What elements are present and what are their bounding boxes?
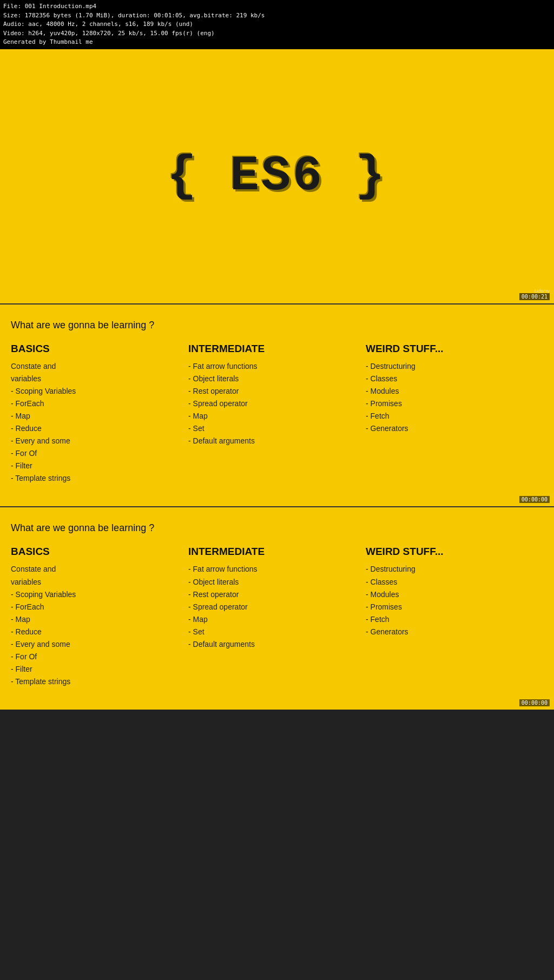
- list-item: - Scoping Variables: [11, 588, 183, 601]
- column-header-0: BASICS: [11, 546, 183, 558]
- slide-2: What are we gonna be learning ?BASICS Co…: [0, 506, 554, 710]
- list-item: - Destructuring: [366, 563, 538, 575]
- list-item: - Filter: [11, 663, 183, 676]
- list-item: - Reduce: [11, 626, 183, 638]
- list-item: - Generators: [366, 626, 538, 638]
- list-item: - Classes: [366, 373, 538, 385]
- list-item: - Rest operator: [188, 385, 360, 398]
- column-header-1: INTERMEDIATE: [188, 343, 360, 355]
- list-item: - Map: [11, 613, 183, 626]
- list-item: - Fetch: [366, 410, 538, 422]
- list-item: - Promises: [366, 601, 538, 613]
- list-item: - Scoping Variables: [11, 385, 183, 398]
- list-item: - Generators: [366, 422, 538, 435]
- list-item: - Every and some: [11, 638, 183, 651]
- list-item: - Reduce: [11, 422, 183, 435]
- column-2: WEIRD STUFF...- Destructuring- Classes- …: [366, 343, 543, 485]
- column-header-0: BASICS: [11, 343, 183, 355]
- list-item: - ForEach: [11, 601, 183, 613]
- column-1: INTERMEDIATE- Fat arrow functions- Objec…: [188, 343, 366, 485]
- list-item: - Map: [188, 613, 360, 626]
- list-item: - Modules: [366, 588, 538, 601]
- list-item: - Fetch: [366, 613, 538, 626]
- column-0: BASICS Constate andvariables- Scoping Va…: [11, 343, 188, 485]
- file-info-panel: File: 001 Introduction.mp4Size: 1782356 …: [0, 0, 554, 49]
- list-item: - Object literals: [188, 576, 360, 588]
- list-item: - Destructuring: [366, 360, 538, 373]
- column-header-1: INTERMEDIATE: [188, 546, 360, 558]
- list-item: - Set: [188, 422, 360, 435]
- list-item: - Set: [188, 626, 360, 638]
- list-item: - Rest operator: [188, 588, 360, 601]
- list-item: - Default arguments: [188, 435, 360, 447]
- slide-timestamp-1: 00:00:00: [519, 699, 550, 706]
- list-item: - Every and some: [11, 435, 183, 447]
- list-item: - For Of: [11, 447, 183, 460]
- list-item: - Template strings: [11, 676, 183, 688]
- slide-timestamp-0: 00:00:00: [519, 496, 550, 503]
- list-item: variables: [11, 576, 183, 588]
- slide-title-0: What are we gonna be learning ?: [11, 320, 543, 331]
- list-item: - Map: [11, 410, 183, 422]
- list-item: - Fat arrow functions: [188, 563, 360, 575]
- video-timestamp: 00:00:21: [519, 293, 550, 300]
- column-header-2: WEIRD STUFF...: [366, 343, 538, 355]
- video-thumbnail: { ES6 } Udemy 00:00:21: [0, 49, 554, 303]
- slide-title-1: What are we gonna be learning ?: [11, 522, 543, 534]
- column-2: WEIRD STUFF...- Destructuring- Classes- …: [366, 546, 543, 688]
- column-1: INTERMEDIATE- Fat arrow functions- Objec…: [188, 546, 366, 688]
- column-0: BASICS Constate andvariables- Scoping Va…: [11, 546, 188, 688]
- list-item: - Fat arrow functions: [188, 360, 360, 373]
- slide-1: What are we gonna be learning ?BASICS Co…: [0, 303, 554, 507]
- list-item: - Promises: [366, 398, 538, 410]
- column-header-2: WEIRD STUFF...: [366, 546, 538, 558]
- list-item: - Object literals: [188, 373, 360, 385]
- list-item: - For Of: [11, 651, 183, 663]
- list-item: variables: [11, 373, 183, 385]
- list-item: - ForEach: [11, 398, 183, 410]
- list-item: - Classes: [366, 576, 538, 588]
- list-item: Constate and: [11, 563, 183, 575]
- list-item: - Filter: [11, 460, 183, 472]
- list-item: Constate and: [11, 360, 183, 373]
- list-item: - Default arguments: [188, 638, 360, 651]
- list-item: - Template strings: [11, 472, 183, 485]
- list-item: - Map: [188, 410, 360, 422]
- list-item: - Modules: [366, 385, 538, 398]
- es6-logo: { ES6 }: [167, 149, 387, 204]
- list-item: - Spread operator: [188, 601, 360, 613]
- list-item: - Spread operator: [188, 398, 360, 410]
